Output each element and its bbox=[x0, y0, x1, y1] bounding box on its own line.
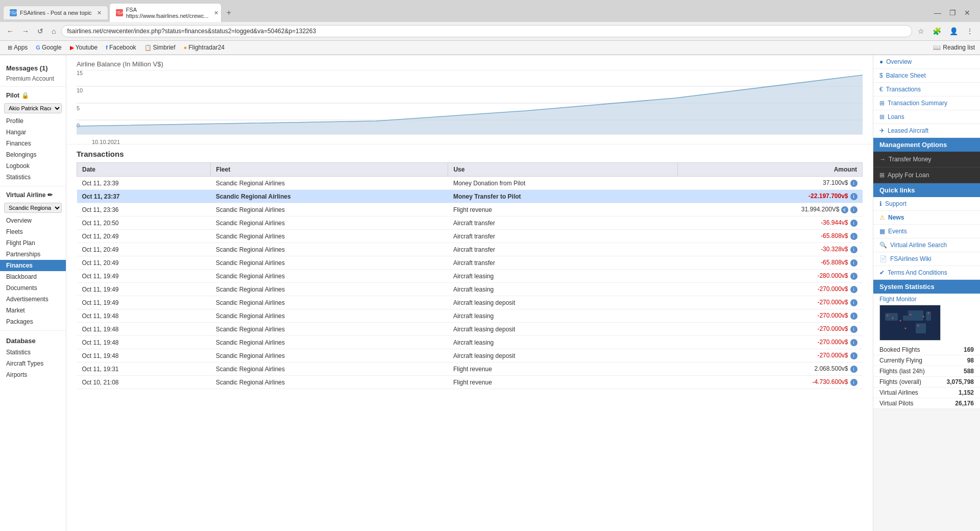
reading-list-button[interactable]: 📖 Reading list bbox=[933, 44, 975, 51]
apply-for-loan-button[interactable]: ⊞ Apply For Loan bbox=[873, 167, 980, 183]
bookmark-simbrief-label: Simbrief bbox=[153, 44, 176, 51]
quick-link-support[interactable]: ℹ Support bbox=[873, 197, 980, 211]
sidebar-item-market[interactable]: Market bbox=[0, 305, 66, 316]
info-icon[interactable]: i bbox=[850, 286, 857, 293]
bookmark-star-button[interactable]: ☆ bbox=[915, 26, 927, 37]
extensions-button[interactable]: 🧩 bbox=[930, 26, 944, 37]
new-tab-button[interactable]: + bbox=[223, 6, 235, 19]
sidebar-item-logbook[interactable]: Logbook bbox=[0, 160, 66, 172]
cell-fleet: Scandic Regional Airlines bbox=[211, 177, 448, 190]
right-nav-transactions[interactable]: € Transactions bbox=[873, 83, 980, 96]
restore-button[interactable]: ❐ bbox=[947, 7, 959, 18]
sidebar-item-hangar[interactable]: Hangar bbox=[0, 127, 66, 138]
info-icon[interactable]: i bbox=[850, 273, 857, 280]
info-icon[interactable]: i bbox=[850, 312, 857, 320]
sidebar-item-belongings[interactable]: Belongings bbox=[0, 149, 66, 160]
info-icon[interactable]: i bbox=[850, 339, 857, 346]
close-browser-button[interactable]: ✕ bbox=[962, 7, 973, 18]
sidebar-item-overview[interactable]: Overview bbox=[0, 215, 66, 226]
pilot-select[interactable]: Akio Patrick Racela bbox=[4, 103, 62, 113]
quick-link-va-search[interactable]: 🔍 Virtual Airline Search bbox=[873, 238, 980, 252]
bookmark-simbrief[interactable]: 📋 Simbrief bbox=[142, 43, 178, 52]
right-nav-balance-sheet[interactable]: $ Balance Sheet bbox=[873, 69, 980, 83]
browser-controls: ← → ↺ ⌂ ☆ 🧩 👤 ⋮ bbox=[0, 22, 980, 41]
tab-1[interactable]: FSA FSAirlines - Post a new topic ✕ bbox=[3, 6, 108, 19]
currency-convert-icon[interactable]: € bbox=[841, 206, 848, 213]
info-icon[interactable]: i bbox=[850, 379, 857, 386]
address-bar[interactable] bbox=[61, 25, 912, 37]
back-button[interactable]: ← bbox=[4, 26, 16, 36]
info-icon[interactable]: i bbox=[850, 206, 857, 213]
quick-link-wiki[interactable]: 📄 FSAirlines Wiki bbox=[873, 252, 980, 266]
chart-area: Airline Balance (In Million V$) 15 10 5 … bbox=[66, 55, 873, 144]
bookmark-google[interactable]: G Google bbox=[33, 43, 64, 52]
sidebar-item-fleets[interactable]: Fleets bbox=[0, 226, 66, 237]
quick-link-events[interactable]: ▦ Events bbox=[873, 225, 980, 238]
info-icon[interactable]: i bbox=[850, 352, 857, 359]
sidebar-item-airports[interactable]: Airports bbox=[0, 369, 66, 380]
va-select[interactable]: Scandic Regional Airlin bbox=[4, 203, 62, 213]
quick-link-news[interactable]: ⚠ News bbox=[873, 211, 980, 225]
sidebar-item-statistics-pilot[interactable]: Statistics bbox=[0, 172, 66, 183]
sidebar-item-aircraft-types[interactable]: Aircraft Types bbox=[0, 358, 66, 369]
stat-booked-flights: Booked Flights 169 bbox=[873, 345, 980, 355]
cell-amount: 37.100v$i bbox=[678, 177, 863, 190]
flight-monitor-link[interactable]: Flight Monitor bbox=[879, 296, 974, 303]
info-icon[interactable]: i bbox=[850, 246, 857, 253]
tab-close-2[interactable]: ✕ bbox=[214, 10, 218, 16]
sidebar-item-packages[interactable]: Packages bbox=[0, 316, 66, 327]
info-icon[interactable]: i bbox=[850, 299, 857, 306]
sidebar-item-blackboard[interactable]: Blackboard bbox=[0, 271, 66, 282]
sidebar-item-finances-pilot[interactable]: Finances bbox=[0, 138, 66, 149]
tab-close-1[interactable]: ✕ bbox=[97, 10, 102, 16]
sidebar-item-finances[interactable]: Finances bbox=[0, 260, 66, 271]
va-dropdown[interactable]: Scandic Regional Airlin bbox=[4, 203, 62, 213]
home-button[interactable]: ⌂ bbox=[49, 26, 58, 36]
reload-button[interactable]: ↺ bbox=[35, 26, 46, 36]
cell-date: Oct 11, 19:49 bbox=[77, 283, 211, 296]
right-nav-tx-summary-label: Transaction Summary bbox=[888, 100, 947, 107]
transfer-money-button[interactable]: → Transfer Money bbox=[873, 152, 980, 167]
bookmark-apps[interactable]: ⊞ Apps bbox=[5, 43, 30, 52]
info-icon[interactable]: i bbox=[850, 220, 857, 227]
sidebar-item-advertisements[interactable]: Advertisements bbox=[0, 294, 66, 305]
tab-2[interactable]: FSA FSA https://www.fsairlines.net/crewc… bbox=[109, 3, 222, 22]
quick-link-terms[interactable]: ✔ Terms And Conditions bbox=[873, 266, 980, 280]
sidebar-item-db-statistics[interactable]: Statistics bbox=[0, 347, 66, 358]
table-row: Oct 11, 23:37Scandic Regional AirlinesMo… bbox=[77, 190, 863, 203]
cell-date: Oct 11, 23:37 bbox=[77, 190, 211, 203]
bookmark-flightradar[interactable]: ● Flightradar24 bbox=[181, 43, 227, 52]
info-icon[interactable]: i bbox=[850, 193, 857, 200]
sidebar-item-partnerships[interactable]: Partnerships bbox=[0, 249, 66, 260]
info-icon[interactable]: i bbox=[850, 366, 857, 373]
cell-date: Oct 11, 19:48 bbox=[77, 309, 211, 323]
cell-amount: -270.000v$i bbox=[678, 336, 863, 349]
youtube-icon: ▶ bbox=[70, 44, 74, 51]
minimize-button[interactable]: — bbox=[932, 7, 944, 18]
apply-loan-icon: ⊞ bbox=[879, 172, 885, 179]
cell-use: Aircraft leasing deposit bbox=[448, 323, 678, 336]
sidebar-item-documents[interactable]: Documents bbox=[0, 282, 66, 294]
sidebar-item-profile[interactable]: Profile bbox=[0, 115, 66, 127]
right-nav-transaction-summary[interactable]: ⊞ Transaction Summary bbox=[873, 96, 980, 110]
premium-account-link[interactable]: Premium Account bbox=[0, 74, 66, 87]
right-nav-overview[interactable]: ● Overview bbox=[873, 55, 980, 69]
sidebar-item-flight-plan[interactable]: Flight Plan bbox=[0, 237, 66, 249]
pilot-dropdown[interactable]: Akio Patrick Racela bbox=[4, 103, 62, 113]
bookmark-youtube[interactable]: ▶ Youtube bbox=[67, 43, 101, 52]
svg-point-15 bbox=[900, 320, 901, 322]
info-icon[interactable]: i bbox=[850, 259, 857, 267]
bookmark-facebook[interactable]: f Facebook bbox=[103, 43, 138, 52]
info-icon[interactable]: i bbox=[850, 180, 857, 187]
svg-point-17 bbox=[928, 312, 929, 314]
info-icon[interactable]: i bbox=[850, 326, 857, 333]
right-nav-leased-aircraft[interactable]: ✈ Leased Aircraft bbox=[873, 124, 980, 138]
cell-fleet: Scandic Regional Airlines bbox=[211, 243, 448, 256]
right-nav-loans[interactable]: ⊞ Loans bbox=[873, 110, 980, 124]
forward-button[interactable]: → bbox=[19, 26, 32, 36]
profile-button[interactable]: 👤 bbox=[947, 26, 961, 37]
info-icon[interactable]: i bbox=[850, 233, 857, 240]
va-group: Virtual Airline ✏ Scandic Regional Airli… bbox=[0, 186, 66, 331]
right-nav-leased-label: Leased Aircraft bbox=[888, 127, 928, 134]
menu-button[interactable]: ⋮ bbox=[964, 26, 976, 37]
